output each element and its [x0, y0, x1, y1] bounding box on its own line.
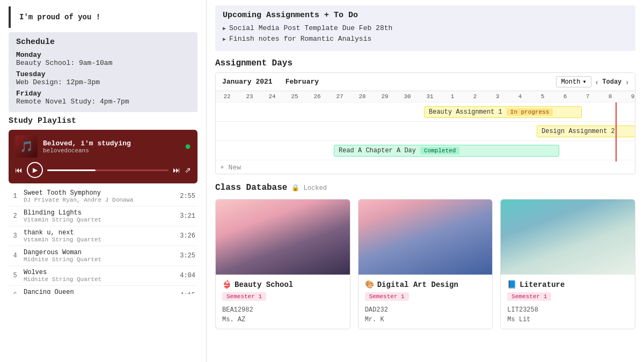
list-item[interactable]: 1 Sweet Tooth Symphony DJ Private Ryan, … [9, 187, 197, 206]
track-duration: 4:15 [180, 292, 195, 294]
card-name: Beauty School [235, 280, 293, 289]
card-image [358, 200, 493, 275]
card-teacher: Mr. K [365, 316, 486, 323]
schedule-day: Tuesday [16, 70, 190, 78]
today-button[interactable]: Today [602, 78, 621, 86]
date-cell: 26 [306, 92, 328, 101]
list-item[interactable]: 2 Blinding Lights Vitamin String Quartet… [9, 206, 197, 226]
track-title: Blinding Lights [24, 209, 175, 217]
date-cell: 6 [554, 92, 576, 101]
semester-badge: Semester 1 [507, 292, 551, 301]
list-item[interactable]: 3 thank u, next Vitamin String Quartet 3… [9, 226, 197, 246]
card-emoji: 🎨 [365, 280, 374, 289]
track-duration: 4:04 [180, 272, 195, 279]
spotify-icon: ● [185, 141, 191, 153]
class-card[interactable]: 📘 Literature Semester 1 LIT23258 Ms Lit [500, 199, 635, 329]
track-number: 2 [11, 212, 19, 220]
share-button[interactable]: ⇗ [185, 166, 191, 174]
card-emoji: 📘 [507, 280, 516, 289]
list-item[interactable]: 5 Wolves Midnite String Quartet 4:04 [9, 266, 197, 286]
card-title: 📘 Literature [507, 280, 628, 289]
progress-bar [47, 169, 169, 171]
schedule-day: Monday [16, 51, 190, 59]
class-cards: 👙 Beauty School Semester 1 BEA12982 Ms. … [215, 199, 635, 329]
motivational-quote: I'm proud of you ! [9, 6, 197, 28]
month-dropdown[interactable]: Month ▾ [556, 76, 591, 87]
calendar-section: January 2021 February Month ▾ ‹ Today › … [215, 72, 635, 174]
track-artist: Midnite String Quartet [24, 256, 175, 263]
date-cell: 5 [531, 92, 554, 101]
date-cell: 2 [464, 92, 486, 101]
calendar-months: January 2021 February [222, 78, 556, 86]
cal-next-button[interactable]: › [626, 78, 628, 86]
assignments-box: Upcoming Assignments + To Do ▶Social Med… [215, 5, 635, 51]
card-code: BEA12982 [222, 306, 343, 314]
gantt-bar[interactable]: Design Assignment 2 [537, 125, 635, 137]
card-emoji: 👙 [222, 280, 231, 289]
class-db-header: Class Database 🔒 Locked [215, 183, 635, 193]
date-cell: 30 [396, 92, 419, 101]
new-row-button[interactable]: + New [216, 161, 635, 174]
playlist-section: Study Playlist 🎵 Beloved, i'm studying b… [9, 116, 197, 294]
schedule-title: Schedule [16, 38, 190, 47]
schedule-item: Remote Novel Study: 4pm-7pm [16, 98, 190, 106]
today-date: 8 [599, 93, 621, 100]
track-info: Wolves Midnite String Quartet [24, 269, 175, 283]
gantt-body: Beauty Assignment 1In progressDesign Ass… [216, 102, 635, 161]
card-body: 👙 Beauty School Semester 1 BEA12982 Ms. … [216, 275, 350, 329]
status-badge: In progress [507, 108, 553, 116]
track-duration: 3:26 [180, 232, 195, 240]
card-name: Literature [519, 280, 565, 289]
bar-label: Beauty Assignment 1 [429, 108, 502, 116]
gantt-row: Design Assignment 2 [216, 122, 635, 141]
play-button[interactable]: ▶ [27, 162, 43, 178]
next-button[interactable]: ⏭ [173, 166, 180, 174]
track-duration: 3:21 [180, 212, 195, 220]
class-card[interactable]: 🎨 Digital Art Design Semester 1 DAD232 M… [358, 199, 493, 329]
schedule-day: Friday [16, 90, 190, 98]
player-controls: ⏮ ▶ ⏭ ⇗ [15, 162, 191, 178]
class-db-title: Class Database [215, 183, 287, 193]
date-cell: 24 [261, 92, 283, 101]
gantt-bar[interactable]: Beauty Assignment 1In progress [424, 106, 582, 118]
track-info: thank u, next Vitamin String Quartet [24, 229, 175, 243]
gantt-bar[interactable]: Read A Chapter A DayCompleted [334, 145, 559, 157]
track-number: 3 [11, 232, 19, 240]
date-cell: 22 [216, 92, 238, 101]
cal-prev-button[interactable]: ‹ [596, 78, 598, 86]
assignments-title: Upcoming Assignments + To Do [223, 11, 628, 20]
semester-badge: Semester 1 [365, 292, 409, 301]
track-title: Dancing Queen [24, 289, 175, 294]
track-number: 6 [11, 292, 19, 294]
assignment-days-header: Assignment Days [215, 58, 635, 68]
current-artist-name: belovedoceans [43, 147, 179, 154]
current-track-name: Beloved, i'm studying [43, 139, 179, 147]
chevron-down-icon: ▾ [582, 78, 586, 86]
track-duration: 3:25 [180, 252, 195, 260]
date-cell: 3 [486, 92, 509, 101]
card-title: 🎨 Digital Art Design [365, 280, 486, 289]
date-cell: 28 [351, 92, 374, 101]
player-info: Beloved, i'm studying belovedoceans [43, 139, 179, 154]
track-artist: Vitamin String Quartet [24, 217, 175, 223]
card-title: 👙 Beauty School [222, 280, 343, 289]
month-label-feb: February [286, 78, 319, 86]
status-badge: Completed [420, 147, 459, 154]
class-card[interactable]: 👙 Beauty School Semester 1 BEA12982 Ms. … [215, 199, 350, 329]
date-cell: 31 [419, 92, 441, 101]
track-number: 4 [11, 252, 19, 260]
triangle-icon: ▶ [223, 25, 226, 32]
track-number: 5 [11, 272, 19, 279]
album-art: 🎵 [15, 135, 38, 158]
list-item[interactable]: 4 Dangerous Woman Midnite String Quartet… [9, 246, 197, 266]
track-title: Sweet Tooth Symphony [24, 189, 175, 197]
calendar-header: January 2021 February Month ▾ ‹ Today › [216, 73, 635, 91]
card-name: Digital Art Design [377, 280, 458, 289]
triangle-icon: ▶ [223, 36, 226, 42]
schedule-item: Beauty School: 9am-10am [16, 59, 190, 67]
card-code: DAD232 [365, 306, 486, 314]
list-item[interactable]: 6 Dancing Queen Midnite String Quartet 4… [9, 286, 197, 294]
semester-badge: Semester 1 [222, 292, 266, 301]
playlist-title: Study Playlist [9, 116, 197, 125]
prev-button[interactable]: ⏮ [15, 166, 23, 174]
